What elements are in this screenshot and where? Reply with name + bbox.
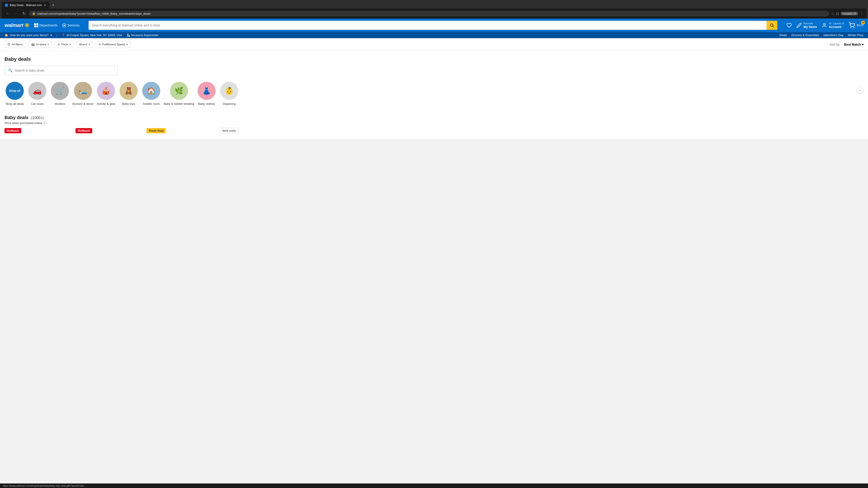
in-store-filter-button[interactable]: 🏬 In-store ▾ (28, 41, 52, 48)
cart-icon-svg (848, 22, 855, 29)
store-filter-icon: 🏬 (31, 43, 35, 46)
baby-clothes-icon: 👗 (202, 87, 211, 95)
svg-point-5 (64, 25, 65, 26)
baby-deals-search-box[interactable]: 🔍 (4, 66, 118, 75)
all-filters-button[interactable]: ☰ All filters (4, 41, 26, 48)
baby-clothes-circle: 👗 (197, 82, 216, 100)
category-car-seats[interactable]: 🚗 Car seats (27, 82, 48, 106)
categories-next-arrow[interactable]: › (856, 87, 864, 94)
reorder-button[interactable]: Reorder My Items (796, 22, 817, 29)
services-nav[interactable]: Services (62, 23, 80, 28)
walmart-logo-text: walmart (4, 22, 23, 28)
svg-line-7 (773, 26, 774, 27)
category-activity-gear[interactable]: 🎪 Activity & gear (96, 82, 116, 106)
tab-favicon: 🔵 (4, 3, 8, 7)
category-baby-toys[interactable]: 🧸 Baby toys (119, 82, 139, 106)
svg-rect-0 (34, 23, 36, 25)
shop-all-label: Shop all deals (5, 102, 24, 106)
sort-select[interactable]: Best Match ▾ (844, 43, 864, 46)
lock-icon: 🔒 (32, 12, 35, 15)
toddler-room-circle: 🏠 (142, 82, 160, 100)
page-title: Baby deals (4, 56, 864, 62)
address-bar[interactable]: 🔒 walmart.com/shop/deals/baby?povid=Glob… (29, 11, 829, 17)
location-text: 20 Cooper Square, New York, NY 10003, US… (66, 34, 122, 37)
account-top: Hi, Lauren D (829, 22, 844, 25)
departments-nav[interactable]: Departments (34, 23, 57, 28)
delivery-label: How do you want your items? (10, 33, 49, 37)
brand-filter-button[interactable]: Brand ▾ (76, 41, 93, 48)
category-diapering[interactable]: 👶 Diapering (219, 82, 239, 106)
info-icon[interactable]: ⓘ (43, 121, 46, 125)
activity-gear-label: Activity & gear (96, 102, 115, 106)
svg-rect-1 (36, 23, 38, 25)
store-text: Secaucus Supercenter (131, 34, 158, 37)
svg-rect-3 (36, 26, 38, 27)
price-filter-button[interactable]: ⊙ Price ▾ (55, 41, 74, 48)
nursery-circle: 🛏️ (74, 82, 92, 100)
back-button[interactable]: ← (4, 10, 11, 17)
search-bar (89, 21, 777, 30)
active-tab[interactable]: 🔵 Baby Deals - Walmart.com ✕ (2, 2, 50, 8)
baby-toys-label: Baby toys (122, 102, 135, 106)
reload-button[interactable]: ↻ (21, 10, 27, 17)
search-button[interactable] (767, 21, 777, 30)
search-icon (770, 23, 774, 28)
price-label: Price (61, 43, 68, 46)
in-store-chevron: ▾ (48, 43, 49, 46)
sort-label: Sort by (830, 43, 839, 46)
store-selector[interactable]: 🏪 Secaucus Supercenter (127, 34, 158, 37)
split-view-icon[interactable]: ⊡ (836, 11, 839, 16)
address-text[interactable]: walmart.com/shop/deals/baby?povid=Global… (37, 12, 826, 15)
browser-navigation: ← → ↻ 🔒 walmart.com/shop/deals/baby?povi… (2, 8, 866, 19)
svg-rect-2 (34, 26, 36, 27)
subnav: 🏠 How do you want your items? ▾ | 📍 20 C… (0, 32, 868, 38)
delivery-icon: 🏠 (4, 33, 8, 37)
toddler-room-label: Toddler room (143, 102, 160, 106)
brand-label: Brand (79, 43, 87, 46)
nursery-label: Nursery & decor (72, 102, 94, 106)
tab-close-button[interactable]: ✕ (43, 3, 47, 7)
shop-all-circle: Shop all (6, 82, 24, 100)
price-chevron: ▾ (69, 43, 71, 46)
fulfillment-filter-button[interactable]: ⊙ Fulfillment Speed ▾ (96, 41, 131, 48)
reorder-top: Reorder (804, 22, 817, 25)
search-input[interactable] (89, 21, 767, 29)
browser-chrome: 🔵 Baby Deals - Walmart.com ✕ + ← → ↻ 🔒 w… (0, 0, 868, 19)
walmart-logo[interactable]: walmart ✳ (4, 22, 29, 29)
account-button[interactable]: Hi, Lauren D Account (822, 22, 844, 29)
baby-search-input[interactable] (15, 69, 114, 72)
walmart-header: walmart ✳ Departments Services Reorder M… (0, 19, 868, 32)
arrow-right-icon: › (860, 88, 861, 92)
category-baby-clothes[interactable]: 👗 Baby clothes (196, 82, 217, 106)
subnav-link-winter[interactable]: Winter Prep (848, 33, 864, 37)
category-nursery[interactable]: 🛏️ Nursery & decor (72, 82, 94, 106)
new-tab-button[interactable]: + (50, 2, 56, 8)
category-baby-bedding[interactable]: 🌿 Baby & toddler bedding (164, 82, 194, 106)
subnav-link-grocery[interactable]: Grocery & Essentials (792, 33, 819, 37)
subnav-link-deals[interactable]: Deals (779, 33, 787, 37)
filter-bar: ☰ All filters 🏬 In-store ▾ ⊙ Price ▾ Bra… (0, 38, 868, 51)
tab-title: Baby Deals - Walmart.com (10, 4, 42, 7)
toddler-room-icon: 🏠 (147, 87, 156, 95)
location-selector[interactable]: 📍 20 Cooper Square, New York, NY 10003, … (62, 34, 122, 37)
diapering-circle: 👶 (220, 82, 238, 100)
categories-row: Shop all Shop all deals 🚗 Car seats 🛒 St… (4, 82, 864, 106)
menu-icon[interactable]: ⋮ (860, 11, 864, 16)
svg-point-8 (824, 23, 825, 25)
fulfillment-chevron: ▾ (126, 43, 128, 46)
strollers-label: Strollers (55, 102, 65, 106)
category-shop-all[interactable]: Shop all Shop all deals (4, 82, 25, 106)
delivery-selector[interactable]: 🏠 How do you want your items? ▾ (4, 33, 52, 37)
baby-bedding-label: Baby & toddler bedding (164, 102, 194, 106)
subnav-link-valentines[interactable]: Valentine's Day (823, 33, 843, 37)
services-icon (62, 23, 66, 28)
category-toddler-room[interactable]: 🏠 Toddler room (141, 82, 161, 106)
wishlist-button[interactable] (786, 23, 792, 28)
category-strollers[interactable]: 🛒 Strollers (50, 82, 70, 106)
deals-count: (1000+) (31, 116, 43, 120)
deals-title: Baby deals (4, 115, 29, 120)
reorder-label: Reorder My Items (804, 22, 817, 29)
cart-button[interactable]: 0 $0.00 (848, 22, 864, 29)
bookmark-icon[interactable]: ☆ (831, 11, 834, 16)
forward-button[interactable]: → (13, 10, 19, 17)
